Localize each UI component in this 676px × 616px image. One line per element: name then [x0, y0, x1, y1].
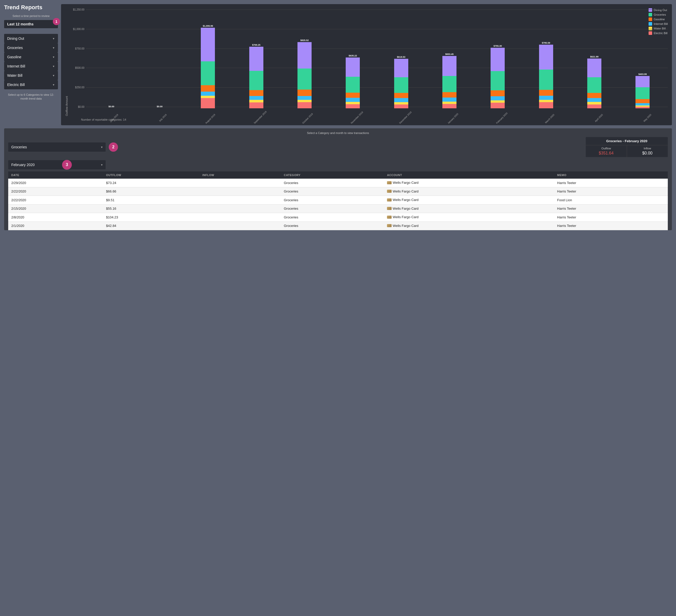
bar-stack: [442, 56, 456, 108]
account-cell: Wells Fargo Card: [384, 221, 554, 230]
bar-segment-groceries: [394, 77, 408, 93]
bar-segment-dining: [539, 45, 553, 69]
bar-group[interactable]: $635.22: [329, 54, 377, 108]
bar-stack: [394, 59, 408, 108]
bar-segment-gasoline: [587, 93, 601, 98]
bar-segment-internet: [635, 103, 650, 105]
bar-group[interactable]: $621.99: [570, 55, 618, 108]
account-cell: Wells Fargo Card: [384, 196, 554, 205]
bar-segment-water: [442, 102, 456, 104]
bar-segment-dining: [394, 59, 408, 77]
category-cell: Groceries: [281, 187, 384, 196]
bar-group[interactable]: $403.99: [619, 73, 667, 108]
table-row: 2/15/2020$55.16GroceriesWells Fargo Card…: [8, 204, 668, 213]
bar-segment-gasoline: [491, 90, 505, 96]
bar-segment-water: [297, 100, 312, 102]
bar-total-label: $1,006.96: [203, 24, 213, 27]
inflow-cell: [199, 213, 281, 222]
category-btn-electric-bill[interactable]: Electric Bill▼: [4, 80, 58, 89]
table-header: OUTFLOW: [103, 171, 199, 178]
bar-segment-water: [587, 102, 601, 104]
bar-segment-gasoline: [297, 90, 312, 96]
outflow-value: $351.64: [589, 151, 624, 156]
bar-segment-electric: [491, 103, 505, 108]
bar-segment-groceries: [491, 71, 505, 90]
bar-segment-electric: [635, 107, 650, 108]
category-selector[interactable]: Groceries Dining Out Gasoline Internet B…: [8, 143, 106, 152]
bar-total-label: $769.25: [252, 44, 261, 46]
category-btn-internet-bill[interactable]: Internet Bill▼: [4, 62, 58, 71]
category-cell: Groceries: [281, 221, 384, 230]
bar-stack: [201, 28, 215, 108]
bar-segment-gasoline: [201, 85, 215, 92]
bar-segment-dining: [491, 48, 505, 71]
bar-segment-dining: [249, 47, 263, 71]
bar-segment-water: [539, 100, 553, 102]
memo-cell: Harris Teeter: [554, 213, 668, 222]
bottom-subtitle: Select a Category and month to view tran…: [8, 132, 668, 135]
category-btn-gasoline[interactable]: Gasoline▼: [4, 52, 58, 62]
y-axis-label: Outflow Amount: [65, 8, 68, 116]
bar-segment-groceries: [442, 76, 456, 92]
bar-group[interactable]: $618.53: [377, 56, 425, 108]
table-header: DATE: [8, 171, 103, 178]
inflow-value: $0.00: [630, 151, 665, 156]
bar-segment-water: [491, 100, 505, 103]
time-period-button[interactable]: Last 12 months: [4, 20, 58, 28]
inflow-cell: [199, 187, 281, 196]
bar-stack: [539, 45, 553, 108]
bar-total-label: $0.00: [157, 105, 163, 108]
memo-cell: Food Lion: [554, 196, 668, 205]
bar-segment-dining: [442, 56, 456, 76]
selectors-row: Groceries Dining Out Gasoline Internet B…: [8, 137, 668, 157]
date-cell: 2/15/2020: [8, 204, 103, 213]
table-row: 2/1/2020$42.84GroceriesWells Fargo CardH…: [8, 221, 668, 230]
transactions-table: DATEOUTFLOWINFLOWCATEGORYACCOUNTMEMO 2/2…: [8, 171, 668, 230]
bar-segment-water: [201, 96, 215, 98]
inflow-cell: [199, 178, 281, 187]
bar-group[interactable]: $653.45: [425, 53, 473, 108]
category-cell: Groceries: [281, 213, 384, 222]
bar-segment-groceries: [587, 77, 601, 93]
category-btn-water-bill[interactable]: Water Bill▼: [4, 71, 58, 80]
inflow-cell: Inflow $0.00: [627, 145, 668, 157]
bar-segment-internet: [297, 96, 312, 100]
bar-group[interactable]: $755.30: [474, 45, 522, 108]
inflow-cell: [199, 221, 281, 230]
bar-group[interactable]: $1,006.96: [184, 24, 232, 108]
bar-group[interactable]: $0.00: [135, 105, 184, 108]
bar-total-label: $618.53: [397, 56, 405, 58]
memo-cell: Harris Teeter: [554, 178, 668, 187]
bar-total-label: $0.00: [109, 105, 114, 108]
summary-box: Groceries - February 2020 Outflow $351.6…: [586, 137, 668, 157]
bar-segment-water: [394, 102, 408, 104]
chart-area: Dining OutGroceriesGasolineInternet Bill…: [61, 4, 672, 125]
bar-group[interactable]: $0.00: [87, 105, 135, 108]
bar-segment-gasoline: [539, 90, 553, 96]
memo-cell: Harris Teeter: [554, 221, 668, 230]
bar-segment-electric: [201, 98, 215, 108]
inflow-cell: [199, 204, 281, 213]
bar-segment-internet: [249, 96, 263, 100]
bar-total-label: $635.22: [349, 54, 357, 57]
category-cell: Groceries: [281, 196, 384, 205]
step-3-badge: 3: [62, 160, 72, 170]
category-btn-groceries[interactable]: Groceries▼: [4, 43, 58, 52]
account-cell: Wells Fargo Card: [384, 213, 554, 222]
bar-segment-gasoline: [249, 90, 263, 96]
bar-total-label: $403.99: [638, 73, 647, 75]
category-btn-dining-out[interactable]: Dining Out▼: [4, 34, 58, 43]
table-row: 2/29/2020$73.24GroceriesWells Fargo Card…: [8, 178, 668, 187]
bar-segment-electric: [297, 102, 312, 108]
bar-segment-internet: [539, 96, 553, 100]
bar-segment-internet: [491, 96, 505, 100]
bar-segment-electric: [249, 102, 263, 108]
table-row: 2/22/2020$9.51GroceriesWells Fargo CardF…: [8, 196, 668, 205]
bar-group[interactable]: $825.52: [280, 39, 329, 108]
step-1-badge: 1: [53, 18, 60, 25]
month-selector[interactable]: February 2020 January 2020 March 2020: [8, 160, 106, 169]
bar-group[interactable]: $769.25: [232, 44, 280, 108]
bar-segment-internet: [346, 98, 360, 102]
table-header: INFLOW: [199, 171, 281, 178]
bar-group[interactable]: $795.59: [522, 42, 570, 108]
